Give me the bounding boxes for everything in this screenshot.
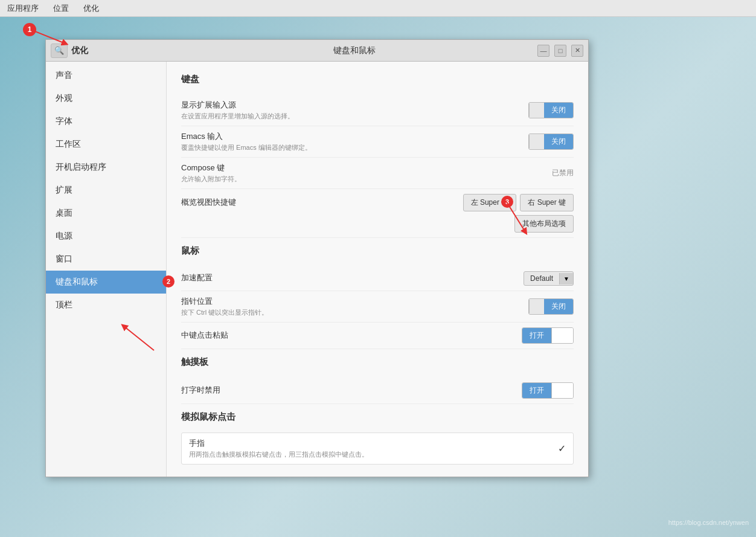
setting-title: 加速配置 bbox=[181, 272, 477, 283]
title-bar-left: 🔍 优化 bbox=[51, 43, 171, 58]
setting-desc: 在设置应用程序里增加输入源的选择。 bbox=[181, 112, 477, 121]
minimize-button[interactable]: — bbox=[537, 45, 549, 57]
setting-title: Emacs 输入 bbox=[181, 131, 477, 142]
setting-desc: 按下 Ctrl 键以突出显示指针。 bbox=[181, 308, 477, 317]
dialog-body: 声音 外观 字体 工作区 开机启动程序 扩展 桌面 电源 窗口 键盘和鼠标 2 … bbox=[46, 62, 588, 477]
section-touchpad-title: 触摸板 bbox=[181, 356, 574, 370]
setting-label: 加速配置 bbox=[181, 272, 477, 285]
setting-overview-shortcut: 概览视图快捷键 左 Super 键 右 Super 键 其他布局选项 3 bbox=[181, 189, 574, 238]
setting-control: Default ▼ bbox=[477, 271, 574, 286]
sidebar-item-workspaces[interactable]: 工作区 bbox=[46, 133, 166, 156]
annotation-1: 1 bbox=[23, 23, 36, 36]
checkmark-icon: ✓ bbox=[558, 443, 566, 454]
option-desc: 用两指点击触摸板模拟右键点击，用三指点击模拟中键点击。 bbox=[189, 450, 558, 459]
maximize-button[interactable]: □ bbox=[554, 45, 566, 57]
setting-control: 关闭 bbox=[477, 133, 574, 150]
setting-label: Emacs 输入 覆盖快捷键以使用 Emacs 编辑器的键绑定。 bbox=[181, 131, 477, 152]
other-layout-button[interactable]: 其他布局选项 bbox=[514, 215, 574, 233]
acceleration-dropdown[interactable]: Default ▼ bbox=[524, 271, 574, 286]
setting-title: 显示扩展输入源 bbox=[181, 100, 477, 111]
setting-control: 左 Super 键 右 Super 键 bbox=[463, 194, 574, 211]
sidebar-item-desktop[interactable]: 桌面 bbox=[46, 202, 166, 225]
sidebar-item-fonts[interactable]: 字体 bbox=[46, 110, 166, 133]
menu-optimize[interactable]: 优化 bbox=[81, 2, 101, 15]
toggle-middle-click[interactable]: 打开 bbox=[522, 327, 574, 344]
annotation-3: 3 bbox=[501, 196, 513, 208]
setting-label: Compose 键 允许输入附加字符。 bbox=[181, 162, 477, 184]
toggle-typing-open[interactable]: 打开 bbox=[522, 383, 551, 398]
setting-title: Compose 键 bbox=[181, 162, 477, 173]
menu-position[interactable]: 位置 bbox=[51, 2, 71, 15]
setting-label: 指针位置 按下 Ctrl 键以突出显示指针。 bbox=[181, 296, 477, 317]
setting-compose-key: Compose 键 允许输入附加字符。 已禁用 bbox=[181, 158, 574, 189]
sidebar-item-extensions[interactable]: 扩展 bbox=[46, 179, 166, 202]
sidebar-item-window[interactable]: 窗口 bbox=[46, 248, 166, 271]
toggle-middle-click-field[interactable] bbox=[551, 328, 573, 343]
toggle-close-btn[interactable]: 关闭 bbox=[544, 103, 573, 118]
setting-emacs-input: Emacs 输入 覆盖快捷键以使用 Emacs 编辑器的键绑定。 关闭 bbox=[181, 126, 574, 158]
sidebar-item-topbar[interactable]: 顶栏 bbox=[46, 294, 166, 317]
menu-applications[interactable]: 应用程序 bbox=[5, 2, 41, 15]
option-label: 手指 用两指点击触摸板模拟右键点击，用三指点击模拟中键点击。 bbox=[189, 438, 558, 459]
menubar: 应用程序 位置 优化 bbox=[0, 0, 756, 17]
right-super-button[interactable]: 右 Super 键 bbox=[520, 194, 574, 211]
dropdown-arrow-icon: ▼ bbox=[559, 273, 573, 285]
window-controls: — □ ✕ bbox=[537, 45, 583, 57]
section-mouse-title: 鼠标 bbox=[181, 245, 574, 259]
setting-control: 已禁用 bbox=[477, 168, 574, 178]
toggle-pointer-close-btn[interactable]: 关闭 bbox=[544, 299, 573, 314]
toggle-typing-disable[interactable]: 打开 bbox=[522, 382, 574, 399]
toggle-emacs-close-btn[interactable]: 关闭 bbox=[544, 134, 573, 149]
setting-control: 关闭 bbox=[477, 102, 574, 118]
setting-title: 打字时禁用 bbox=[181, 385, 477, 396]
sidebar-panel-title: 优化 bbox=[71, 45, 88, 56]
sidebar-item-keyboard-mouse[interactable]: 键盘和鼠标 2 bbox=[46, 271, 166, 294]
section-keyboard-title: 键盘 bbox=[181, 74, 574, 88]
title-bar: 🔍 优化 键盘和鼠标 — □ ✕ bbox=[46, 40, 588, 62]
toggle-show-input-source[interactable]: 关闭 bbox=[528, 102, 574, 118]
setting-label: 中键点击粘贴 bbox=[181, 330, 477, 342]
setting-pointer-position: 指针位置 按下 Ctrl 键以突出显示指针。 关闭 bbox=[181, 291, 574, 323]
sidebar-item-startup[interactable]: 开机启动程序 bbox=[46, 156, 166, 179]
toggle-pointer-field[interactable] bbox=[529, 299, 544, 314]
setting-control: 打开 bbox=[477, 327, 574, 344]
toggle-middle-click-open[interactable]: 打开 bbox=[522, 328, 551, 343]
setting-label: 显示扩展输入源 在设置应用程序里增加输入源的选择。 bbox=[181, 100, 477, 121]
toggle-pointer-position[interactable]: 关闭 bbox=[528, 298, 574, 315]
simulate-mouse-option-finger[interactable]: 手指 用两指点击触摸板模拟右键点击，用三指点击模拟中键点击。 ✓ bbox=[181, 432, 574, 465]
setting-label: 概览视图快捷键 bbox=[181, 197, 463, 209]
toggle-typing-field[interactable] bbox=[551, 383, 573, 398]
search-button[interactable]: 🔍 bbox=[51, 43, 68, 58]
annotation-2: 2 bbox=[162, 275, 175, 288]
toggle-emacs-field[interactable] bbox=[529, 134, 544, 149]
setting-title: 指针位置 bbox=[181, 296, 477, 307]
dialog-title: 键盘和鼠标 bbox=[171, 45, 537, 56]
setting-typing-disable: 打字时禁用 打开 bbox=[181, 378, 574, 404]
sidebar-item-power[interactable]: 电源 bbox=[46, 225, 166, 248]
setting-label: 打字时禁用 bbox=[181, 385, 477, 397]
setting-control: 打开 bbox=[477, 382, 574, 399]
setting-acceleration: 加速配置 Default ▼ bbox=[181, 266, 574, 291]
url-watermark: https://blog.csdn.net/ynwen bbox=[668, 519, 749, 526]
setting-middle-click: 中键点击粘贴 打开 bbox=[181, 323, 574, 349]
setting-desc: 允许输入附加字符。 bbox=[181, 175, 477, 184]
main-content: 键盘 显示扩展输入源 在设置应用程序里增加输入源的选择。 关闭 Emacs 输入 bbox=[167, 62, 588, 477]
setting-control: 关闭 bbox=[477, 298, 574, 315]
setting-title: 概览视图快捷键 bbox=[181, 197, 463, 208]
setting-desc: 覆盖快捷键以使用 Emacs 编辑器的键绑定。 bbox=[181, 143, 477, 152]
section-simulate-mouse-title: 模拟鼠标点击 bbox=[181, 411, 574, 425]
toggle-input-field[interactable] bbox=[529, 103, 544, 118]
setting-title: 中键点击粘贴 bbox=[181, 330, 477, 341]
sidebar-item-appearance[interactable]: 外观 bbox=[46, 87, 166, 110]
dialog-window: 🔍 优化 键盘和鼠标 — □ ✕ 声音 外观 字体 工作区 开机启动程序 扩展 … bbox=[45, 39, 589, 477]
toggle-emacs-input[interactable]: 关闭 bbox=[528, 133, 574, 150]
sidebar: 声音 外观 字体 工作区 开机启动程序 扩展 桌面 电源 窗口 键盘和鼠标 2 … bbox=[46, 62, 167, 477]
close-button[interactable]: ✕ bbox=[571, 45, 583, 57]
sidebar-item-sound[interactable]: 声音 bbox=[46, 64, 166, 87]
compose-key-status: 已禁用 bbox=[552, 168, 574, 178]
option-title: 手指 bbox=[189, 438, 558, 449]
setting-show-input-source: 显示扩展输入源 在设置应用程序里增加输入源的选择。 关闭 bbox=[181, 95, 574, 126]
dropdown-value: Default bbox=[524, 272, 559, 285]
